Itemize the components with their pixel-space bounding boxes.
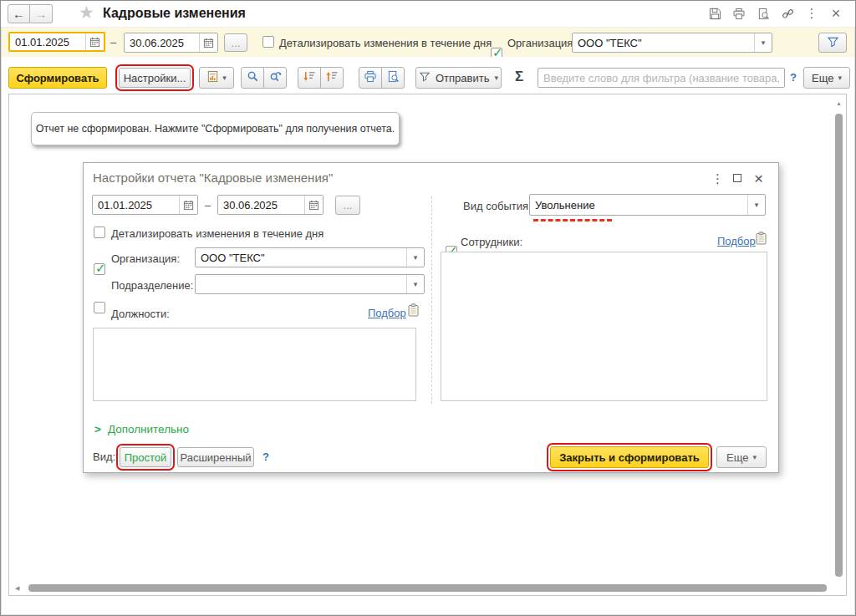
forward-button[interactable]: → <box>30 4 53 23</box>
dialog-detail-day-checkbox[interactable] <box>94 227 105 238</box>
close-icon[interactable]: × <box>827 5 845 22</box>
positions-clipboard-icon[interactable] <box>407 303 420 319</box>
dialog-organization-combo[interactable]: ООО "ТЕКС" ▾ <box>195 247 425 267</box>
funnel-icon <box>827 36 839 50</box>
link-icon[interactable] <box>778 5 797 22</box>
search-next-icon <box>269 70 282 85</box>
dialog-department-label: Подразделение: <box>111 279 193 292</box>
back-button[interactable]: ← <box>8 4 30 23</box>
preview-button[interactable] <box>381 67 405 89</box>
dialog-close-icon[interactable]: × <box>754 171 763 186</box>
organization-label: Организация: <box>507 37 576 49</box>
organization-combo[interactable]: ООО "ТЕКС" ▾ <box>572 33 772 53</box>
page-title: Кадровые изменения <box>103 6 246 21</box>
print-button[interactable] <box>359 67 382 89</box>
window-menu-icon[interactable]: ⋮ <box>802 5 821 22</box>
period-more-button[interactable]: ... <box>224 33 247 52</box>
report-toolbar: Сформировать Настройки... ▾ <box>2 57 854 94</box>
chevron-down-icon: ▾ <box>838 74 842 82</box>
event-type-label: Вид события: <box>463 200 532 212</box>
report-variant-icon <box>206 70 219 85</box>
period-from-value: 01.01.2025 <box>10 36 85 48</box>
back-icon: ← <box>13 7 25 21</box>
dialog-department-combo[interactable]: ▾ <box>195 274 425 294</box>
dialog-organization-label: Организация: <box>111 252 180 265</box>
sort-ascending-icon <box>325 70 339 85</box>
employees-pick-link[interactable]: Подбор <box>717 235 756 247</box>
sort-ascending-button[interactable] <box>320 67 344 89</box>
favorite-star-icon[interactable]: ★ <box>79 3 94 23</box>
calendar-icon[interactable] <box>85 33 104 50</box>
filter-word-input[interactable] <box>538 68 785 88</box>
dialog-department-checkbox[interactable] <box>94 302 105 313</box>
calendar-icon[interactable] <box>179 196 197 214</box>
send-button[interactable]: Отправить ▾ <box>415 67 502 89</box>
title-bar: ← → ★ Кадровые изменения ⋮ × <box>1 1 855 27</box>
dialog-help-button[interactable]: ? <box>262 451 269 463</box>
positions-pick-link[interactable]: Подбор <box>368 307 406 319</box>
additional-expander[interactable]: > Дополнительно <box>94 423 189 435</box>
sort-descending-button[interactable] <box>298 67 321 89</box>
send-label: Отправить <box>436 72 489 84</box>
search-icon <box>247 70 259 85</box>
filter-settings-button[interactable] <box>818 33 847 53</box>
save-icon[interactable] <box>706 5 724 22</box>
employees-label: Сотрудники: <box>461 236 522 248</box>
search-button[interactable] <box>241 67 264 89</box>
event-type-combo[interactable]: Увольнение ▾ <box>529 194 766 216</box>
dialog-maximize-icon[interactable] <box>733 174 741 182</box>
chevron-down-icon[interactable]: ▾ <box>406 275 424 293</box>
scroll-left-icon[interactable]: ◀ <box>15 585 19 592</box>
period-dash: – <box>110 36 116 48</box>
period-from-field[interactable]: 01.01.2025 <box>8 32 105 52</box>
dialog-organization-checkbox[interactable] <box>94 263 105 275</box>
chevron-down-icon: ▾ <box>494 74 498 82</box>
window-action-icons: ⋮ × <box>706 5 845 22</box>
dialog-period-to-field[interactable]: 30.06.2025 <box>217 195 324 215</box>
dialog-period-from-field[interactable]: 01.01.2025 <box>92 195 198 215</box>
dialog-menu-icon[interactable]: ⋮ <box>711 171 724 186</box>
employees-list[interactable] <box>441 252 767 401</box>
close-and-generate-button[interactable]: Закрыть и сформировать <box>550 446 709 468</box>
detail-day-label: Детализировать изменения в течение дня <box>279 37 492 49</box>
settings-button[interactable]: Настройки... <box>119 68 191 88</box>
dialog-title: Настройки отчета "Кадровые изменения" <box>93 171 333 185</box>
print-preview-icon[interactable] <box>754 5 772 22</box>
calendar-icon[interactable] <box>304 196 323 214</box>
toolbar-more-button[interactable]: Еще ▾ <box>803 67 850 89</box>
employees-clipboard-icon[interactable] <box>755 232 767 247</box>
print-icon[interactable] <box>730 5 748 22</box>
horizontal-scroll-thumb[interactable] <box>28 584 827 592</box>
scroll-up-icon[interactable]: ▲ <box>836 100 842 106</box>
view-extended-button[interactable]: Расширенный <box>177 447 254 467</box>
dialog-period-more-button[interactable]: ... <box>335 196 360 215</box>
nav-buttons: ← → <box>8 4 53 23</box>
dialog-period-dash: – <box>205 199 211 211</box>
quick-filter-bar: 01.01.2025 – 30.06.2025 ... Детализирова… <box>2 27 854 57</box>
dialog-more-button[interactable]: Еще ▾ <box>716 446 767 468</box>
chevron-down-icon[interactable]: ▾ <box>747 195 765 215</box>
view-simple-button[interactable]: Простой <box>120 447 171 467</box>
dialog-period-from-value: 01.01.2025 <box>93 199 179 211</box>
horizontal-scrollbar[interactable]: ◀ <box>12 583 832 593</box>
generate-button[interactable]: Сформировать <box>8 67 107 89</box>
chevron-down-icon[interactable]: ▾ <box>754 33 772 52</box>
printer-icon <box>364 70 377 85</box>
event-type-value: Увольнение <box>530 199 747 211</box>
calendar-icon[interactable] <box>199 33 217 52</box>
sum-sigma-button[interactable]: Σ <box>515 69 523 85</box>
vertical-scrollbar[interactable]: ▲ <box>833 97 844 582</box>
search-next-button[interactable] <box>263 67 287 89</box>
vertical-scroll-thumb[interactable] <box>835 114 843 577</box>
dialog-detail-day-label: Детализировать изменения в течение дня <box>111 227 324 240</box>
report-variants-button[interactable]: ▾ <box>199 67 234 89</box>
positions-list[interactable] <box>93 328 416 401</box>
detail-day-checkbox[interactable] <box>262 36 274 48</box>
annotation-red-dashed-underline <box>533 219 612 221</box>
toolbar-help-button[interactable]: ? <box>790 71 797 84</box>
sort-descending-icon <box>303 70 316 85</box>
column-separator <box>431 196 432 404</box>
chevron-down-icon[interactable]: ▾ <box>406 248 424 267</box>
period-to-field[interactable]: 30.06.2025 <box>124 33 218 53</box>
view-label: Вид: <box>93 451 115 463</box>
